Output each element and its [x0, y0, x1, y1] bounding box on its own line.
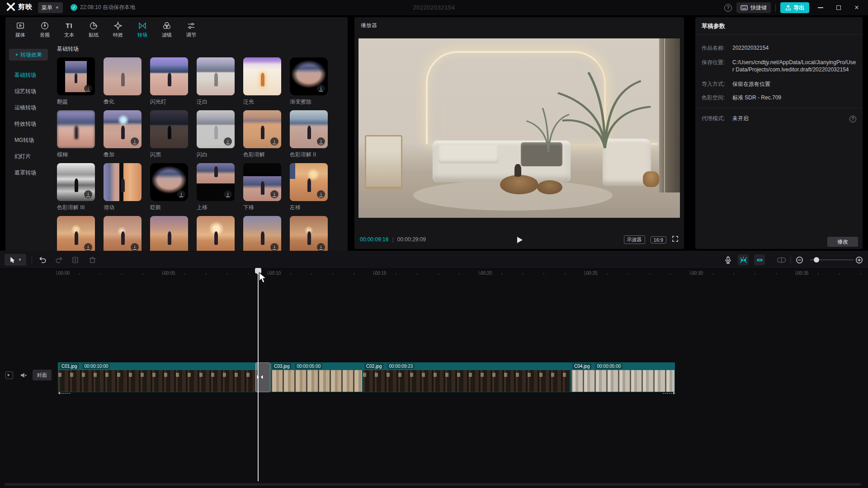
- tab-media[interactable]: 媒体: [8, 17, 33, 42]
- tab-effects[interactable]: 特效: [106, 17, 130, 42]
- sidebar-item-basic-transition[interactable]: 基础转场: [5, 67, 51, 83]
- transition-card[interactable]: 闪白: [197, 110, 235, 157]
- tab-adjust[interactable]: 调节: [179, 17, 203, 42]
- transition-card[interactable]: 翻篇: [57, 57, 95, 104]
- scopes-button[interactable]: 示波器: [624, 235, 645, 244]
- clip-filmstrip[interactable]: [363, 370, 571, 392]
- modify-button[interactable]: 修改: [827, 237, 858, 247]
- redo-button[interactable]: [53, 254, 64, 265]
- minimize-button[interactable]: [814, 0, 827, 15]
- transition-card[interactable]: [243, 216, 281, 252]
- transition-card[interactable]: 泛光: [243, 57, 281, 104]
- playhead-line[interactable]: [258, 269, 259, 481]
- transition-thumb[interactable]: [104, 110, 142, 148]
- transition-card[interactable]: 叠化: [104, 57, 142, 104]
- transition-card[interactable]: 上移: [197, 163, 235, 210]
- timeline-clip-C01.jpg[interactable]: C01.jpg00:00:10:00: [58, 362, 259, 392]
- play-button[interactable]: [514, 235, 524, 245]
- link-preview-toggle[interactable]: [754, 254, 765, 265]
- aspect-ratio-button[interactable]: 16:9: [651, 236, 666, 244]
- zoom-in-button[interactable]: [854, 254, 864, 265]
- transition-card[interactable]: 泛白: [197, 57, 235, 104]
- transition-thumb[interactable]: [57, 110, 95, 148]
- zoom-out-button[interactable]: [794, 254, 805, 265]
- split-button[interactable]: [70, 254, 80, 265]
- tab-audio[interactable]: 音频: [33, 17, 57, 42]
- transition-card[interactable]: 眨眼: [150, 163, 188, 210]
- transition-card[interactable]: 闪光灯: [150, 57, 188, 104]
- sidebar-item-mg-transition[interactable]: MG转场: [5, 132, 51, 148]
- transition-card[interactable]: [197, 216, 235, 252]
- transition-thumb[interactable]: [290, 163, 328, 201]
- transition-thumb[interactable]: [150, 163, 188, 201]
- shortcut-button[interactable]: 快捷键: [736, 2, 771, 13]
- sidebar-item-camera-transition[interactable]: 运镜转场: [5, 99, 51, 116]
- tab-text[interactable]: TI 文本: [57, 17, 81, 42]
- timeline-ruler[interactable]: 00:0000:0500:1000:1500:2000:2500:3000:35: [0, 269, 868, 279]
- transition-card[interactable]: 下移: [243, 163, 281, 210]
- proxy-help-icon[interactable]: ?: [849, 116, 856, 122]
- clip-filmstrip[interactable]: [571, 370, 675, 392]
- transition-card[interactable]: [104, 216, 142, 252]
- preview-image[interactable]: [359, 38, 680, 218]
- timeline-zoom-slider[interactable]: [810, 259, 854, 260]
- transition-card[interactable]: [290, 216, 328, 252]
- tab-sticker[interactable]: 贴纸: [81, 17, 106, 42]
- clip-filmstrip[interactable]: [58, 370, 259, 392]
- maximize-button[interactable]: [832, 0, 845, 15]
- transition-card[interactable]: 色彩溶解 III: [57, 163, 95, 210]
- transition-thumb[interactable]: [243, 110, 281, 148]
- transition-thumb[interactable]: [290, 216, 328, 252]
- fade-out-handle[interactable]: [663, 393, 675, 394]
- zoom-slider-knob[interactable]: [814, 257, 819, 263]
- transition-card[interactable]: 左移: [290, 163, 328, 210]
- transition-thumb[interactable]: [150, 216, 188, 252]
- transition-thumb[interactable]: [243, 216, 281, 252]
- delete-button[interactable]: [87, 254, 98, 265]
- sidebar-item-fx-transition[interactable]: 特效转场: [5, 116, 51, 132]
- transition-card[interactable]: 色彩溶解: [243, 110, 281, 157]
- transition-thumb[interactable]: [104, 216, 142, 252]
- transition-card[interactable]: 模糊: [57, 110, 95, 157]
- transition-thumb[interactable]: [57, 57, 95, 95]
- transition-thumb[interactable]: [197, 216, 235, 252]
- help-icon[interactable]: ?: [724, 4, 732, 12]
- transition-thumb[interactable]: [197, 163, 235, 201]
- transition-thumb[interactable]: [150, 110, 188, 148]
- sidebar-item-variety-transition[interactable]: 综艺转场: [5, 83, 51, 99]
- transition-thumb[interactable]: [57, 216, 95, 252]
- transition-thumb[interactable]: [243, 57, 281, 95]
- transition-thumb[interactable]: [243, 163, 281, 201]
- transition-thumb[interactable]: [197, 57, 235, 95]
- transition-card[interactable]: 闪黑: [150, 110, 188, 157]
- sidebar-item-mask-transition[interactable]: 遮罩转场: [5, 164, 51, 181]
- record-voiceover-button[interactable]: [722, 254, 733, 265]
- auto-snap-toggle[interactable]: [738, 254, 749, 265]
- horizontal-scrollbar[interactable]: [5, 483, 861, 486]
- tab-transitions[interactable]: 转场: [130, 17, 155, 42]
- select-tool-button[interactable]: ▼: [5, 254, 26, 266]
- undo-button[interactable]: [37, 254, 48, 265]
- timeline-clip-C02.jpg[interactable]: C02.jpg00:00:09:23: [363, 362, 571, 392]
- sidebar-group-transition-effects[interactable]: ▼ 转场效果: [9, 49, 48, 61]
- transition-thumb[interactable]: [290, 57, 328, 95]
- timeline-clip-C04.jpg[interactable]: C04.jpg00:00:05:00: [571, 362, 675, 392]
- transition-thumb[interactable]: [197, 110, 235, 148]
- transition-card[interactable]: 渐变擦除: [290, 57, 328, 104]
- timeline-clip-C03.jpg[interactable]: C03.jpg00:00:05:00: [270, 362, 363, 392]
- transition-thumb[interactable]: [104, 163, 142, 201]
- close-button[interactable]: ×: [850, 0, 863, 15]
- export-button[interactable]: 导出: [780, 2, 809, 13]
- transition-card[interactable]: 色彩溶解 II: [290, 110, 328, 157]
- preview-axis-button[interactable]: [776, 254, 787, 265]
- transition-thumb[interactable]: [57, 163, 95, 201]
- transition-thumb[interactable]: [290, 110, 328, 148]
- transition-thumb[interactable]: [150, 57, 188, 95]
- transition-card[interactable]: 滑动: [104, 163, 142, 210]
- transition-thumb[interactable]: [104, 57, 142, 95]
- tab-filters[interactable]: 滤镜: [155, 17, 179, 42]
- clip-filmstrip[interactable]: [270, 370, 363, 392]
- transition-card[interactable]: [57, 216, 95, 252]
- transition-card[interactable]: 叠加: [104, 110, 142, 157]
- fullscreen-button[interactable]: [672, 235, 679, 244]
